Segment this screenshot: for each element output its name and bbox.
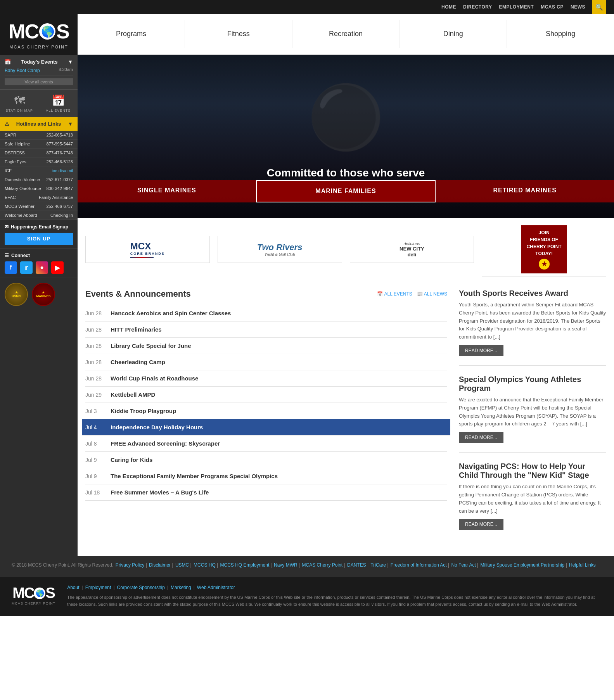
connect-label: Connect: [11, 253, 30, 258]
content-wrapper: 📅 Today's Events ▼ Baby Boot Camp 8:30am…: [0, 55, 614, 556]
hotline-row: ICEice.disa.mil: [0, 166, 78, 175]
event-list-item[interactable]: Jul 8FREE Advanced Screening: Skyscraper: [85, 436, 447, 452]
events-section: Events & Announcements 📅 ALL EVENTS 📰 AL…: [78, 281, 614, 556]
event-date: Jul 4: [85, 424, 111, 430]
footer-link[interactable]: MCAS Cherry Point: [302, 562, 343, 568]
sidebar: 📅 Today's Events ▼ Baby Boot Camp 8:30am…: [0, 55, 78, 556]
footer-nav-link[interactable]: Web Administrator: [197, 585, 235, 590]
happenings-section: ✉ Happenings Email Signup SIGN UP: [0, 220, 78, 249]
event-list-item[interactable]: Jun 29Kettlebell AMPD: [85, 387, 447, 403]
footer-nav-links: About | Employment | Corporate Sponsorsh…: [67, 585, 602, 590]
nav-home[interactable]: HOME: [441, 4, 456, 10]
event-list-item[interactable]: Jul 9Caring for Kids: [85, 452, 447, 468]
hotline-number[interactable]: ice.disa.mil: [52, 168, 73, 173]
youtube-icon[interactable]: ▶: [51, 261, 64, 274]
event-list-item[interactable]: Jul 3Kiddie Troop Playgroup: [85, 403, 447, 419]
view-all-events-link[interactable]: View all events: [5, 78, 73, 85]
twitter-icon[interactable]: 𝕣: [20, 261, 33, 274]
footer-top: © 2018 MCCS Cherry Point. All Rights Res…: [0, 556, 614, 577]
footer-link[interactable]: No Fear Act: [451, 562, 476, 568]
footer-nav-link[interactable]: Corporate Sponsorship: [117, 585, 165, 590]
event-date: Jul 18: [85, 489, 111, 496]
event-name: Kiddie Troop Playgroup: [111, 408, 176, 414]
all-events-button[interactable]: 📅 ALL EVENTS: [39, 90, 78, 117]
marine-families-button[interactable]: MARINE FAMILIES: [256, 180, 436, 202]
happenings-title: ✉ Happenings Email Signup: [5, 224, 73, 230]
footer-nav-link[interactable]: Employment: [85, 585, 111, 590]
hotline-name: SAPR: [5, 133, 16, 137]
email-icon: ✉: [5, 224, 9, 230]
read-more-button[interactable]: READ MORE...: [459, 345, 503, 356]
event-list-item[interactable]: Jun 28HITT Preliminaries: [85, 321, 447, 338]
footer-link[interactable]: DANTES: [347, 562, 366, 568]
footer-link[interactable]: Helpful Links: [569, 562, 596, 568]
nav-directory[interactable]: DIRECTORY: [463, 4, 492, 10]
new-city-deli-sponsor[interactable]: delicious NEW CITY deli: [350, 236, 474, 263]
footer-link[interactable]: Freedom of Information Act: [391, 562, 447, 568]
footer-link[interactable]: Military Spouse Employment Partnership: [481, 562, 565, 568]
today-events-section: 📅 Today's Events ▼ Baby Boot Camp 8:30am…: [0, 55, 78, 89]
all-events-link[interactable]: 📅 ALL EVENTS: [377, 291, 412, 297]
all-news-link[interactable]: 📰 ALL NEWS: [417, 291, 447, 297]
hotline-name: Safe Helpline: [5, 142, 30, 146]
footer-link[interactable]: USMC: [175, 562, 189, 568]
top-nav: HOME DIRECTORY EMPLOYMENT MCAS CP NEWS 🔍: [0, 0, 614, 14]
read-more-button[interactable]: READ MORE...: [459, 519, 503, 530]
event-name: Independence Day Holiday Hours: [111, 424, 203, 430]
event-list-item[interactable]: Jul 4Independence Day Holiday Hours: [82, 419, 450, 436]
event-list-item[interactable]: Jun 28Hancock Aerobics and Spin Center C…: [85, 305, 447, 321]
event-name: FREE Advanced Screening: Skyscraper: [111, 440, 220, 447]
event-list-item[interactable]: Jul 9The Exceptional Family Member Progr…: [85, 468, 447, 484]
event-date: Jun 28: [85, 359, 111, 365]
single-marines-button[interactable]: SINGLE MARINES: [78, 180, 256, 202]
event-list-item[interactable]: Jun 28Library Cafe Special for June: [85, 338, 447, 354]
event-list-item[interactable]: Jun 28Cheerleading Camp: [85, 354, 447, 370]
footer-link[interactable]: Disclaimer: [149, 562, 171, 568]
footer-nav-link[interactable]: About: [67, 585, 79, 590]
news-title: Youth Sports Receives Award: [459, 289, 606, 298]
footer-link[interactable]: Navy MWR: [274, 562, 297, 568]
news-title: Navigating PCS: How to Help Your Child T…: [459, 462, 606, 480]
two-rivers-sponsor[interactable]: Two Rivers Yacht & Golf Club: [218, 236, 342, 263]
hotline-row: Welcome AboardChecking In: [0, 211, 78, 220]
facebook-icon[interactable]: f: [5, 261, 17, 274]
hotline-name: EFAC: [5, 195, 16, 200]
hero-tagline: Committed to those who serve: [267, 167, 425, 179]
news-body: Youth Sports, a department within Semper…: [459, 301, 606, 341]
emblem-2: ★MARINES: [32, 283, 55, 306]
search-button[interactable]: 🔍: [592, 0, 606, 14]
footer-nav-link[interactable]: Marketing: [171, 585, 191, 590]
dropdown-icon[interactable]: ▼: [68, 59, 73, 65]
friends-cherry-point-sponsor[interactable]: JOINFRIENDS OFCHERRY POINTTODAY! ★: [482, 222, 606, 277]
footer-link[interactable]: MCCS HQ Employment: [220, 562, 270, 568]
nav-shopping[interactable]: Shopping: [507, 20, 614, 48]
footer-link[interactable]: Privacy Policy: [116, 562, 145, 568]
events-title: Events & Announcements: [85, 289, 191, 299]
instagram-icon[interactable]: ●: [36, 261, 48, 274]
today-event-time: 8:30am: [59, 67, 73, 72]
nav-programs[interactable]: Programs: [78, 20, 185, 48]
mcx-sponsor[interactable]: MCX CORE BRANDS: [85, 236, 210, 263]
hotline-number: 800-342-9647: [46, 186, 73, 191]
nav-dining[interactable]: Dining: [400, 20, 507, 48]
warning-icon: ⚠: [5, 121, 9, 127]
footer-link[interactable]: MCCS HQ: [194, 562, 216, 568]
hotline-row: EFACFamily Assistance: [0, 193, 78, 202]
event-list-item[interactable]: Jul 18Free Summer Movies – A Bug's Life: [85, 484, 447, 501]
nav-mcascp[interactable]: MCAS CP: [541, 4, 564, 10]
hotlines-header[interactable]: ⚠ Hotlines and Links ▼: [0, 117, 78, 131]
nav-recreation[interactable]: Recreation: [292, 20, 400, 48]
retired-marines-button[interactable]: RETIRED MARINES: [436, 180, 614, 202]
nav-employment[interactable]: EMPLOYMENT: [499, 4, 534, 10]
emblem-1: ★USMC: [5, 283, 28, 306]
event-name: Caring for Kids: [111, 456, 152, 463]
event-list-item[interactable]: Jun 28World Cup Finals at Roadhouse: [85, 370, 447, 387]
nav-news[interactable]: NEWS: [571, 4, 585, 10]
read-more-button[interactable]: READ MORE...: [459, 432, 503, 443]
nav-fitness[interactable]: Fitness: [185, 20, 292, 48]
footer-copyright: © 2018 MCCS Cherry Point. All Rights Res…: [12, 562, 602, 568]
station-map-button[interactable]: 🗺 STATION MAP: [0, 90, 39, 117]
footer-link[interactable]: TriCare: [370, 562, 386, 568]
signup-button[interactable]: SIGN UP: [5, 233, 73, 245]
today-event-link[interactable]: Baby Boot Camp: [5, 68, 40, 73]
